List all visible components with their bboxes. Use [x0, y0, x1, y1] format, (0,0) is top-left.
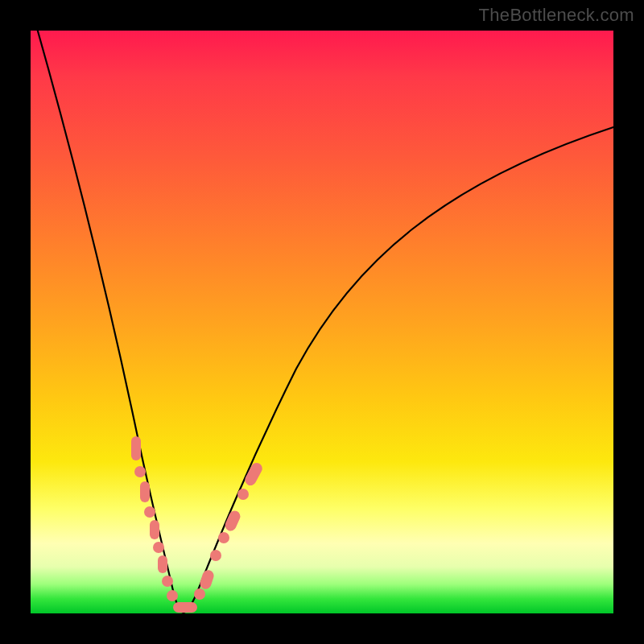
plot-area: [31, 31, 613, 613]
data-bead: [140, 481, 150, 502]
data-bead: [173, 602, 197, 613]
data-bead: [158, 555, 167, 573]
data-bead: [162, 576, 173, 587]
data-bead: [210, 550, 221, 561]
data-bead: [199, 568, 216, 590]
watermark-text: TheBottleneck.com: [479, 5, 634, 26]
data-bead: [237, 489, 249, 500]
curve-layer: [31, 31, 613, 613]
data-bead: [153, 542, 164, 553]
data-bead: [144, 506, 155, 518]
chart-frame: TheBottleneck.com: [0, 0, 644, 644]
data-bead: [167, 590, 178, 601]
data-bead: [194, 588, 205, 600]
data-bead: [131, 436, 141, 460]
data-bead: [150, 520, 159, 539]
data-bead: [134, 466, 146, 477]
bottleneck-curve: [35, 23, 613, 613]
data-bead: [218, 532, 229, 543]
